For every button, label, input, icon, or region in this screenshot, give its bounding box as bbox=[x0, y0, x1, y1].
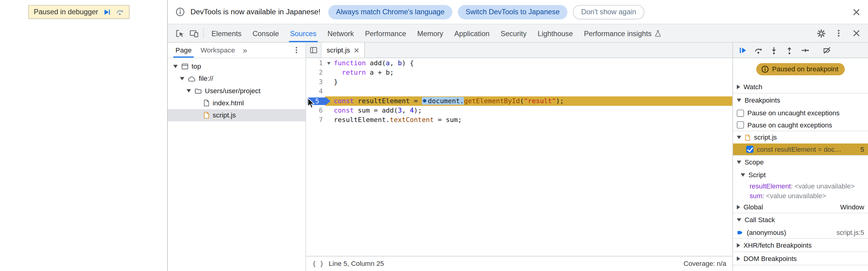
section-watch[interactable]: Watch bbox=[733, 81, 868, 94]
overlay-step-over-button[interactable] bbox=[116, 8, 124, 16]
close-tab-icon[interactable] bbox=[354, 47, 360, 53]
fold-gutter[interactable] bbox=[325, 59, 332, 68]
breakpoint-group-script-js[interactable]: script.js bbox=[733, 131, 868, 144]
line-number[interactable]: 7 bbox=[306, 115, 325, 125]
info-icon bbox=[761, 65, 769, 73]
section-breakpoints[interactable]: Breakpoints bbox=[733, 93, 868, 107]
code-token: a + b; bbox=[366, 68, 394, 77]
pause-uncaught-exceptions-row[interactable]: Pause on uncaught exceptions bbox=[733, 107, 868, 119]
chevron-right-icon[interactable] bbox=[737, 243, 740, 247]
step-over-icon[interactable] bbox=[754, 46, 763, 55]
close-notification-icon[interactable] bbox=[852, 8, 860, 16]
chevron-down-icon[interactable] bbox=[737, 160, 741, 164]
tree-label: Users/user/project bbox=[205, 87, 260, 95]
tab-network[interactable]: Network bbox=[322, 24, 360, 42]
line-number[interactable]: 3 bbox=[306, 78, 325, 87]
execution-line-marker[interactable]: 5 bbox=[306, 96, 325, 106]
tree-item-top[interactable]: top bbox=[168, 60, 305, 72]
main-tabs: Elements Console Sources Network Perform… bbox=[206, 24, 667, 42]
scope-variable-name: sum bbox=[749, 192, 766, 200]
always-match-language-button[interactable]: Always match Chrome's language bbox=[328, 5, 452, 19]
tab-security[interactable]: Security bbox=[495, 24, 532, 42]
dont-show-again-button[interactable]: Don't show again bbox=[573, 5, 645, 19]
paused-on-breakpoint-badge: Paused on breakpoint bbox=[756, 63, 845, 75]
checkbox-checked[interactable] bbox=[746, 146, 754, 153]
scope-group-script[interactable]: Script bbox=[733, 169, 868, 181]
tab-page[interactable]: Page bbox=[171, 43, 196, 58]
code-editor[interactable]: 1function add(a, b) {2 return a + b;3}45… bbox=[306, 58, 732, 256]
step-into-icon[interactable] bbox=[769, 46, 778, 55]
settings-gear-icon[interactable] bbox=[814, 26, 828, 40]
tab-workspace[interactable]: Workspace bbox=[196, 43, 240, 58]
tab-elements[interactable]: Elements bbox=[206, 24, 247, 42]
tree-item-project-folder[interactable]: Users/user/project bbox=[168, 85, 305, 97]
section-dom-breakpoints[interactable]: DOM Breakpoints bbox=[733, 252, 868, 266]
call-stack-frame[interactable]: (anonymous) script.js:5 bbox=[733, 227, 868, 239]
tab-performance[interactable]: Performance bbox=[360, 24, 411, 42]
tab-memory[interactable]: Memory bbox=[412, 24, 449, 42]
step-out-icon[interactable] bbox=[785, 46, 794, 55]
step-icon[interactable] bbox=[800, 46, 809, 55]
breakpoint-entry[interactable]: const resultElement = doc… 5 bbox=[733, 144, 868, 156]
code-text[interactable]: return a + b; bbox=[332, 68, 733, 78]
tab-performance-insights[interactable]: Performance insights bbox=[578, 24, 667, 42]
inspect-icon[interactable] bbox=[172, 26, 187, 40]
pause-caught-exceptions-row[interactable]: Pause on caught exceptions bbox=[733, 119, 868, 131]
scope-variable-row[interactable]: sum<value unavailable> bbox=[733, 191, 868, 201]
more-tabs-icon[interactable]: » bbox=[239, 46, 250, 55]
deactivate-breakpoints-icon[interactable] bbox=[823, 46, 831, 55]
checkbox-unchecked[interactable] bbox=[737, 109, 744, 117]
switch-devtools-japanese-button[interactable]: Switch DevTools to Japanese bbox=[458, 5, 567, 19]
line-number[interactable]: 6 bbox=[306, 106, 325, 115]
chevron-right-icon[interactable] bbox=[737, 84, 740, 89]
tab-sources[interactable]: Sources bbox=[284, 24, 322, 42]
resume-script-icon[interactable] bbox=[739, 46, 747, 55]
chevron-right-icon[interactable] bbox=[737, 205, 740, 209]
close-devtools-icon[interactable] bbox=[849, 26, 863, 40]
code-text[interactable]: resultElement.textContent = sum; bbox=[332, 115, 733, 125]
chevron-down-icon[interactable] bbox=[180, 77, 184, 81]
checkbox-unchecked[interactable] bbox=[737, 121, 744, 129]
tree-item-file-protocol[interactable]: file:// bbox=[168, 72, 305, 85]
editor-tab-script-js[interactable]: script.js bbox=[321, 43, 365, 58]
section-scope[interactable]: Scope bbox=[733, 156, 868, 169]
paused-badge-text: Paused on breakpoint bbox=[772, 65, 838, 73]
scope-group-global[interactable]: Global Window bbox=[733, 201, 868, 213]
code-text[interactable]: const sum = add(3, 4); bbox=[332, 106, 733, 115]
chevron-down-icon[interactable] bbox=[737, 136, 741, 139]
code-text[interactable]: function add(a, b) { bbox=[332, 59, 733, 68]
code-text[interactable]: } bbox=[332, 78, 733, 87]
active-frame-marker-icon bbox=[737, 229, 743, 236]
scope-variable-row[interactable]: resultElement<value unavailable> bbox=[733, 181, 868, 191]
navigator-menu-icon[interactable] bbox=[290, 47, 302, 54]
chevron-down-icon[interactable] bbox=[186, 89, 191, 93]
tab-lighthouse[interactable]: Lighthouse bbox=[532, 24, 579, 42]
more-options-icon[interactable] bbox=[832, 26, 846, 40]
tree-item-index-html[interactable]: index.html bbox=[168, 97, 305, 109]
section-call-stack[interactable]: Call Stack bbox=[733, 213, 868, 227]
chevron-down-icon[interactable] bbox=[737, 218, 741, 221]
section-xhr-breakpoints[interactable]: XHR/fetch Breakpoints bbox=[733, 239, 868, 252]
overlay-resume-button[interactable] bbox=[103, 8, 111, 16]
device-toolbar-icon[interactable] bbox=[187, 26, 201, 40]
code-text[interactable] bbox=[332, 87, 733, 96]
toggle-navigator-icon[interactable] bbox=[306, 43, 321, 58]
chevron-right-icon[interactable] bbox=[737, 256, 740, 261]
tab-application[interactable]: Application bbox=[449, 24, 495, 42]
code-token: 3 bbox=[398, 106, 402, 114]
chevron-down-icon[interactable] bbox=[173, 65, 178, 68]
code-token: b bbox=[398, 59, 402, 67]
pretty-print-icon[interactable]: { } bbox=[312, 260, 323, 268]
fold-arrow-icon[interactable] bbox=[327, 62, 330, 65]
fold-gutter bbox=[325, 87, 332, 96]
line-number[interactable]: 2 bbox=[306, 68, 325, 78]
line-number[interactable]: 1 bbox=[306, 59, 325, 68]
editor-tabstrip: script.js bbox=[306, 43, 732, 58]
tree-item-script-js[interactable]: script.js bbox=[168, 109, 305, 121]
chevron-down-icon[interactable] bbox=[737, 99, 741, 102]
line-number[interactable]: 4 bbox=[306, 87, 325, 96]
tab-console[interactable]: Console bbox=[247, 24, 284, 42]
code-text[interactable]: const resultElement = document.getElemen… bbox=[332, 96, 733, 106]
chevron-down-icon[interactable] bbox=[741, 173, 745, 177]
tab-label: Performance insights bbox=[584, 29, 651, 37]
